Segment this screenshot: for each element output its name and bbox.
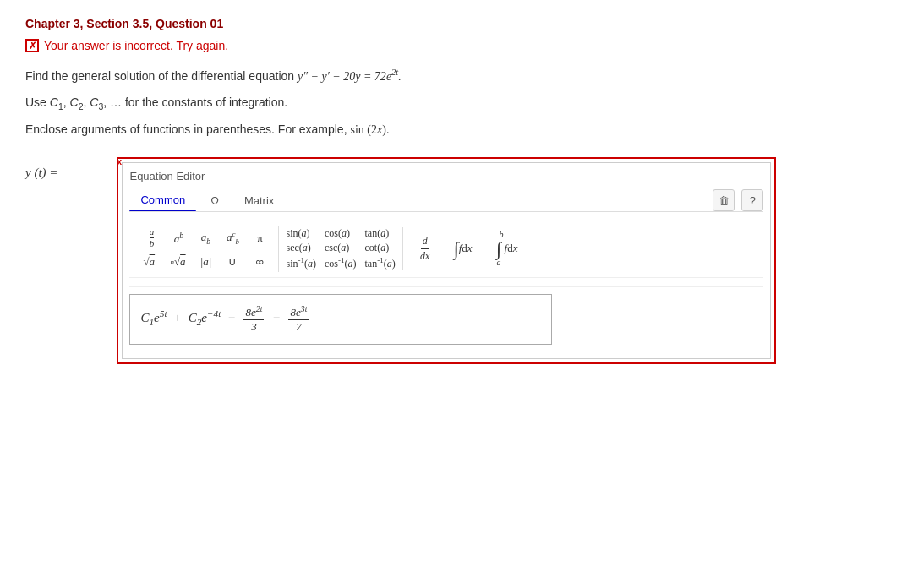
answer-input-area: C1e5t + C2e−4t − 8e2t 3 − 8e3t (129, 286, 763, 351)
basic-math-group: a b ab ab (133, 226, 279, 271)
tab-omega[interactable]: Ω (199, 190, 230, 211)
answer-expression: C1e5t + C2e−4t − 8e2t 3 − 8e3t (140, 304, 310, 334)
equation-editor-outer: x Equation Editor Common Ω Matrix 🗑 ? (117, 157, 776, 363)
sin-button[interactable]: sin(a) (286, 227, 316, 240)
tab-common[interactable]: Common (129, 189, 196, 211)
tab-matrix[interactable]: Matrix (233, 190, 285, 211)
chapter-heading: Chapter 3, Section 3.5, Question 01 (25, 17, 893, 30)
indefinite-integral-button[interactable]: ∫ f dx (449, 238, 478, 260)
help-button[interactable]: ? (741, 189, 763, 211)
sqrt-button[interactable]: √a (139, 253, 163, 271)
y-t-label: y (t) = (25, 157, 57, 180)
problem-line1: Find the general solution of the differe… (25, 68, 893, 84)
arcsin-button[interactable]: sin-1(a) (286, 256, 316, 270)
equation-editor-inner: Equation Editor Common Ω Matrix 🗑 ? (122, 162, 771, 358)
tabs-row: Common Ω Matrix 🗑 ? (129, 189, 763, 212)
csc-button[interactable]: csc(a) (325, 242, 357, 254)
toolbar: a b ab ab (129, 220, 763, 277)
error-row: ✗ Your answer is incorrect. Try again. (25, 39, 893, 52)
editor-title: Equation Editor (129, 170, 763, 182)
infinity-button[interactable]: ∞ (248, 253, 271, 271)
sub-superscript-button[interactable]: acb (221, 227, 244, 249)
union-button[interactable]: ∪ (221, 253, 244, 271)
subscript-button[interactable]: ab (194, 228, 217, 248)
calculus-group: d dx ∫ f dx (403, 227, 530, 271)
editor-close-button[interactable]: x (117, 157, 127, 167)
derivative-button[interactable]: d dx (413, 232, 437, 265)
problem-line2: Use C1, C2, C3, … for the constants of i… (25, 95, 893, 112)
abs-button[interactable]: |a| (194, 253, 217, 271)
superscript-button[interactable]: ab (167, 228, 190, 249)
error-message: Your answer is incorrect. Try again. (44, 39, 228, 52)
trig-group: sin(a) cos(a) tan(a) sec(a) csc(a) cot(a… (279, 227, 402, 270)
fraction-button[interactable]: a b (139, 226, 163, 250)
error-icon: ✗ (25, 39, 39, 52)
problem-line3: Enclose arguments of functions in parent… (25, 122, 893, 137)
cos-button[interactable]: cos(a) (325, 227, 357, 240)
answer-input-box[interactable]: C1e5t + C2e−4t − 8e2t 3 − 8e3t (129, 294, 552, 345)
pi-button[interactable]: π (248, 229, 271, 248)
definite-integral-button[interactable]: b ∫ a f dx (489, 227, 523, 271)
arccos-button[interactable]: cos-1(a) (325, 256, 357, 270)
tan-button[interactable]: tan(a) (364, 227, 395, 240)
sec-button[interactable]: sec(a) (286, 242, 316, 254)
cot-button[interactable]: cot(a) (364, 242, 395, 254)
nth-root-button[interactable]: n√a (167, 253, 190, 271)
page-container: Chapter 3, Section 3.5, Question 01 ✗ Yo… (25, 17, 893, 364)
tabs-left: Common Ω Matrix (129, 189, 285, 211)
tabs-right: 🗑 ? (713, 189, 763, 211)
arctan-button[interactable]: tan-1(a) (364, 256, 395, 270)
trash-button[interactable]: 🗑 (713, 189, 735, 211)
